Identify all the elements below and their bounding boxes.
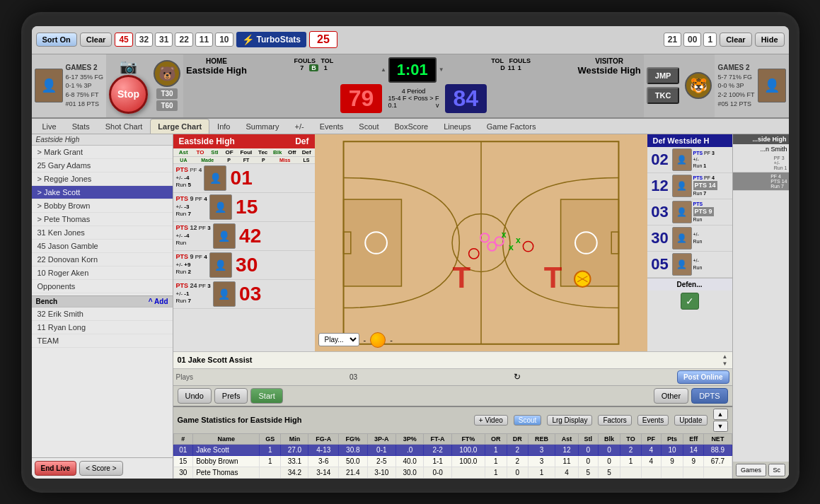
factors-button[interactable]: Factors: [598, 415, 631, 426]
play-dropdown-select[interactable]: Play...: [318, 333, 359, 346]
bench-team[interactable]: TEAM: [32, 334, 173, 348]
post-online-button[interactable]: Post Online: [677, 370, 729, 384]
badge-11[interactable]: 11: [195, 33, 213, 47]
clock-down[interactable]: ▼: [439, 67, 444, 73]
jmp-button[interactable]: JMP: [647, 67, 680, 84]
player-row-42[interactable]: PTS 12 PF 3 +/- -4 Run 👤 42: [173, 222, 315, 251]
stop-button[interactable]: Stop: [109, 75, 148, 114]
badge-00[interactable]: 00: [683, 33, 701, 47]
badge-21[interactable]: 21: [664, 33, 681, 47]
score-button[interactable]: < Score >: [79, 461, 122, 476]
sidebar-player-jake-scott[interactable]: > Jake Scott: [32, 186, 173, 199]
td-30-blk: 5: [598, 467, 620, 478]
away-player-row-02[interactable]: 02 👤 PTS PF 3 +/- Run 1: [647, 147, 732, 173]
center-number[interactable]: 25: [309, 31, 337, 48]
events-table-button[interactable]: Events: [637, 415, 669, 426]
away-player-row-05[interactable]: 05 👤 +/- Run: [647, 252, 732, 278]
start-button[interactable]: Start: [250, 388, 282, 404]
home-score[interactable]: 79: [340, 84, 383, 113]
t30-button[interactable]: T30: [156, 88, 177, 99]
stats-row-bobby-brown[interactable]: 15 Bobby Brown 1 33.1 3-6 50.0 2-5 40.0 …: [173, 455, 732, 467]
video-button[interactable]: + Video: [474, 415, 508, 426]
other-button[interactable]: Other: [654, 388, 689, 404]
poss-nav-left[interactable]: <: [408, 95, 412, 102]
away-player-row-12[interactable]: 12 👤 PTS PF 4 PTS 14 Run 7: [647, 173, 732, 199]
tab-boxscore[interactable]: BoxScore: [386, 119, 436, 134]
td-01-stl: 0: [578, 444, 598, 455]
action-buttons-row: Undo Prefs Start Other DPTS: [173, 385, 732, 406]
away-player-row-03[interactable]: 03 👤 PTS PTS 9 Run: [647, 199, 732, 225]
badge-22[interactable]: 22: [175, 33, 192, 47]
col-tec: Tec: [256, 149, 270, 156]
clock-down-arrows[interactable]: ▼: [439, 67, 444, 73]
tab-stats[interactable]: Stats: [64, 119, 98, 134]
turbostats-label: TurboStats: [257, 35, 301, 45]
tab-game-factors[interactable]: Game Factors: [479, 119, 544, 134]
badge-1[interactable]: 1: [703, 33, 717, 47]
table-scroll-up[interactable]: ▲: [713, 409, 728, 420]
tab-plus-minus[interactable]: +/-: [287, 119, 312, 134]
tkc-button[interactable]: TKC: [647, 87, 680, 104]
sidebar-player-ken-jones[interactable]: 31 Ken Jones: [32, 226, 173, 240]
log-display-button[interactable]: Lrg Display: [547, 415, 592, 426]
sidebar-player-roger-aken[interactable]: 10 Roger Aken: [32, 266, 173, 280]
player-row-30[interactable]: PTS 9 PF 4 +/- +9 Run 2 👤 30: [173, 251, 315, 280]
hide-button[interactable]: Hide: [755, 33, 785, 47]
tab-live[interactable]: Live: [35, 119, 64, 134]
bench-player-ryan-long[interactable]: 11 Ryan Long: [32, 321, 173, 334]
sc-button[interactable]: Sc: [768, 464, 786, 476]
bench-player-erik-smith[interactable]: 32 Erik Smith: [32, 307, 173, 321]
scroll-down-btn[interactable]: ▼: [722, 361, 728, 367]
tab-lineups[interactable]: Lineups: [436, 119, 479, 134]
poss-nav-right[interactable]: >: [429, 95, 433, 102]
scroll-up-btn[interactable]: ▲: [722, 353, 728, 360]
badge-32[interactable]: 32: [135, 33, 153, 47]
player-row-01[interactable]: PTS PF 4 +/- -4 Run 5 👤 01: [173, 164, 315, 193]
prefs-button[interactable]: Prefs: [214, 388, 248, 404]
dpts-button[interactable]: DPTS: [691, 388, 727, 404]
badge-31[interactable]: 31: [155, 33, 173, 47]
sidebar-player-opponents[interactable]: Opponents: [32, 280, 173, 293]
away-player-row-30[interactable]: 30 👤 +/- Run: [647, 225, 732, 252]
add-button[interactable]: ^ Add: [149, 298, 168, 305]
sidebar-player-donovan-korn[interactable]: 22 Donovan Korn: [32, 253, 173, 266]
clock-up[interactable]: ▲: [381, 67, 386, 73]
td-30-ast: 4: [555, 467, 578, 478]
td-15-ftp: 100.0: [452, 455, 485, 467]
player-row-03[interactable]: PTS 24 PF 3 +/- -1 Run 7 👤 03: [173, 280, 315, 309]
clear-button-right[interactable]: Clear: [720, 33, 752, 47]
sidebar-player-pete-thomas[interactable]: > Pete Thomas: [32, 213, 173, 226]
sidebar-player-jason-gamble[interactable]: 45 Jason Gamble: [32, 240, 173, 253]
sidebar-player-gary-adams[interactable]: 25 Gary Adams: [32, 159, 173, 172]
tab-scout[interactable]: Scout: [351, 119, 386, 134]
t60-button[interactable]: T60: [156, 100, 177, 111]
sidebar-player-reggie-jones[interactable]: > Reggie Jones: [32, 172, 173, 186]
sidebar-player-bobby-brown[interactable]: > Bobby Brown: [32, 199, 173, 213]
player-row-15[interactable]: PTS 9 PF 4 +/- -3 Run 7 👤 15: [173, 193, 315, 222]
tab-events[interactable]: Events: [312, 119, 352, 134]
stats-row-jake-scott[interactable]: 01 Jake Scott 1 27.0 4-13 30.8 0-1 .0 2-…: [173, 444, 732, 455]
games-button[interactable]: Games: [736, 464, 766, 476]
sort-on-button[interactable]: Sort On: [36, 33, 77, 47]
table-scroll-down[interactable]: ▼: [713, 421, 728, 432]
tab-shot-chart[interactable]: Shot Chart: [98, 119, 151, 134]
clock-up-arrows[interactable]: ▲: [381, 67, 386, 73]
undo-button[interactable]: Undo: [178, 388, 212, 404]
end-live-button[interactable]: End Live: [35, 461, 77, 476]
tab-info[interactable]: Info: [209, 119, 238, 134]
stats-row-pete-thomas[interactable]: 30 Pete Thomas 34.2 3-14 21.4 3-10 30.0 …: [173, 467, 732, 478]
tab-large-chart[interactable]: Large Chart: [150, 119, 209, 134]
scout-tab-button[interactable]: Scout: [514, 415, 542, 426]
badge-10[interactable]: 10: [215, 33, 233, 47]
td-15-gs: 1: [260, 455, 281, 467]
badge-45[interactable]: 45: [115, 33, 132, 47]
reload-icon[interactable]: ↻: [514, 372, 521, 382]
away-score[interactable]: 84: [445, 84, 487, 113]
sidebar-player-mark-grant[interactable]: > Mark Grant: [32, 146, 173, 159]
td-15-num: 15: [173, 455, 193, 467]
checkmark-button[interactable]: ✓: [681, 293, 699, 310]
update-button[interactable]: Update: [674, 415, 707, 426]
clear-button-left[interactable]: Clear: [80, 33, 112, 47]
th-or: OR: [485, 433, 507, 444]
tab-summary[interactable]: Summary: [238, 119, 287, 134]
